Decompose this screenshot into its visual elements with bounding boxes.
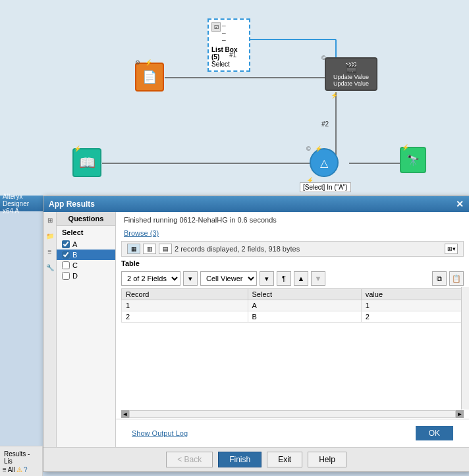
input-node[interactable]: 📄 — [135, 63, 164, 92]
binoculars-icon: 🔭 — [406, 154, 420, 167]
paragraph-btn[interactable]: ¶ — [277, 271, 291, 286]
ok-button[interactable]: OK — [416, 426, 453, 440]
table-scroll-area: Record Select value 1 A 1 2 — [116, 287, 469, 410]
book-node[interactable]: 📖 — [72, 148, 101, 177]
canvas-area: ☑ ─── List Box (5) Select #1 📄 ⚙ ⚡ 🎬 Upd… — [0, 0, 469, 198]
down-btn[interactable]: ▼ — [311, 271, 325, 286]
help-button[interactable]: Help — [308, 452, 346, 467]
data-table: Record Select value 1 A 1 2 — [121, 288, 464, 323]
horizontal-scrollbar-container: ◄ ► — [121, 410, 464, 419]
expand-button[interactable]: ⊞▾ — [445, 244, 458, 254]
update-value-label1: Update Value — [329, 74, 373, 80]
input-node-icon: 📄 — [142, 70, 157, 84]
select-node[interactable]: △ — [310, 148, 339, 177]
update-c-icon: © — [321, 55, 326, 61]
cell-record-2: 2 — [122, 311, 248, 323]
horizontal-scrollbar[interactable] — [129, 410, 456, 418]
alteryx-titlebar: Alteryx Designer x64 A — [0, 196, 43, 211]
results-tab-label: Results - Lis — [4, 450, 38, 465]
exit-button[interactable]: Exit — [267, 452, 302, 467]
col-select: Select — [248, 289, 361, 300]
update-value-label2: Update Value — [329, 80, 373, 87]
tools-sidebar-icon[interactable]: 🔧 — [45, 262, 55, 273]
checkbox-c[interactable] — [62, 261, 70, 269]
app-results-panel: Finished running 0612-NehalHG in 0.6 sec… — [116, 212, 469, 447]
finished-text: Finished running 0612-NehalHG in 0.6 sec… — [116, 212, 469, 228]
col-record: Record — [122, 289, 248, 300]
binoculars-node[interactable]: 🔭 — [400, 147, 426, 173]
cell-value-1: 1 — [361, 300, 463, 311]
update-value-icon: 🎬 — [329, 61, 373, 74]
listbox-sublabel: Select — [211, 61, 246, 68]
cell-value-2: 2 — [361, 311, 463, 323]
table-row: 1 A 1 — [122, 300, 464, 311]
fields-dropdown-btn[interactable]: ▾ — [183, 271, 198, 286]
checkbox-label-a: A — [72, 240, 77, 248]
main-window: App Results ✕ ⊞ 📁 ≡ 🔧 Questions Select A… — [43, 196, 469, 472]
input-bolt-icon: ⚡ — [145, 59, 152, 66]
update-value-node[interactable]: 🎬 Update Value Update Value — [325, 57, 377, 91]
cell-record-1: 1 — [122, 300, 248, 311]
scroll-right-btn[interactable]: ► — [456, 410, 464, 418]
bottom-action-bar: Show Output Log OK — [116, 419, 469, 447]
select-bolt-icon: ⚡ — [315, 145, 322, 152]
checkbox-item-a[interactable]: A — [57, 239, 115, 250]
fields-selector[interactable]: 2 of 2 Fields — [121, 271, 180, 286]
copy-btn[interactable]: ⧉ — [432, 271, 447, 286]
finish-button[interactable]: Finish — [218, 452, 262, 467]
results-help-icon[interactable]: ? — [24, 466, 28, 473]
records-text: 2 records displayed, 2 fields, 918 bytes — [175, 245, 442, 253]
back-button[interactable]: < Back — [166, 452, 213, 467]
results-list-icon[interactable]: ≡ — [3, 466, 7, 473]
list-view-icon[interactable]: ▤ — [159, 244, 172, 254]
checkbox-label-d: D — [72, 272, 78, 280]
left-sidebar: ⊞ 📁 ≡ 🔧 — [43, 212, 57, 447]
folder-sidebar-icon[interactable]: 📁 — [45, 230, 55, 241]
checkbox-item-d[interactable]: D — [57, 271, 115, 281]
close-icon[interactable]: ✕ — [456, 199, 464, 209]
select-node-icon: △ — [320, 157, 328, 169]
checkbox-item-b[interactable]: B — [57, 250, 115, 260]
annotation-1: #1 — [229, 51, 236, 59]
cell-select-1: A — [248, 300, 361, 311]
browse-link[interactable]: Browse (3) — [116, 228, 469, 241]
col-value: value — [361, 289, 463, 300]
alteryx-title: Alteryx Designer x64 A — [3, 193, 40, 215]
results-info-bar: ▦ ▥ ▤ 2 records displayed, 2 fields, 918… — [121, 241, 464, 257]
layers-sidebar-icon[interactable]: ≡ — [45, 246, 55, 257]
book-icon: 📖 — [79, 155, 96, 171]
results-tab-icons: ≡ All ⚠ ? — [3, 466, 40, 473]
checkbox-label-c: C — [72, 261, 78, 269]
results-tab: Results - Lis — [3, 449, 40, 466]
questions-tab[interactable]: Questions — [57, 212, 115, 226]
table-view-icon[interactable]: ▦ — [127, 244, 140, 254]
listbox-icon: ☑ ─── — [211, 22, 246, 45]
checkbox-d[interactable] — [62, 272, 70, 280]
table-row: 2 B 2 — [122, 311, 464, 323]
cell-select-2: B — [248, 311, 361, 323]
app-results-title: App Results — [49, 199, 95, 209]
results-warning-icon: ⚠ — [16, 466, 22, 473]
up-btn[interactable]: ▲ — [294, 271, 308, 286]
checkbox-a[interactable] — [62, 240, 70, 248]
vertical-scrollbar[interactable] — [461, 287, 469, 410]
export-btn[interactable]: 📋 — [449, 271, 464, 286]
select-tooltip: [Select] In ("A") — [300, 182, 351, 192]
book-bolt-icon: ⚡ — [74, 145, 81, 152]
update-bolt-icon: ⚡ — [331, 92, 338, 99]
checkbox-label-b: B — [72, 251, 77, 259]
viewer-dropdown-btn[interactable]: ▾ — [260, 271, 274, 286]
scroll-left-btn[interactable]: ◄ — [121, 410, 129, 418]
viewer-selector[interactable]: Cell Viewer — [200, 271, 257, 286]
checkbox-b[interactable] — [62, 251, 70, 259]
column-view-icon[interactable]: ▥ — [143, 244, 156, 254]
listbox-node[interactable]: ☑ ─── List Box (5) Select — [207, 18, 250, 72]
questions-panel: Questions Select A B C D — [57, 212, 116, 447]
workflow-sidebar-icon[interactable]: ⊞ — [45, 215, 55, 225]
table-label: Table — [116, 257, 469, 270]
input-gear-icon: ⚙ — [135, 59, 140, 66]
results-all-label[interactable]: All — [8, 466, 15, 473]
checkbox-item-c[interactable]: C — [57, 260, 115, 271]
show-output-log-link[interactable]: Show Output Log — [124, 425, 196, 441]
annotation-2: #2 — [321, 120, 329, 128]
